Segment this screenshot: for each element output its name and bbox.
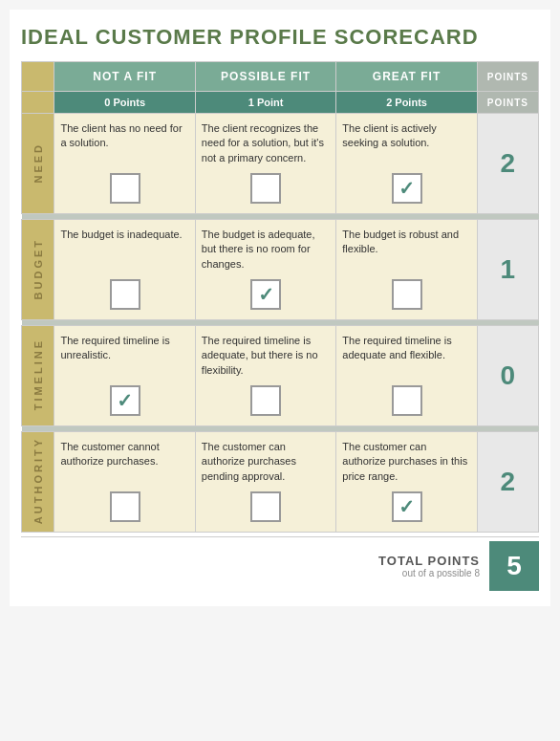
need-possible-fit-checkbox-area xyxy=(202,167,330,209)
total-value: 5 xyxy=(489,541,539,591)
need-great-fit-checkbox-area xyxy=(342,167,470,209)
need-not-a-fit-text: The client has no need for a solution. xyxy=(60,121,188,167)
col-header-not-a-fit: NOT A FIT xyxy=(54,62,195,92)
table-row: TIMELINE The required timeline is unreal… xyxy=(22,326,539,426)
timeline-not-a-fit-checkbox[interactable] xyxy=(110,385,140,416)
table-row: NEED The client has no need for a soluti… xyxy=(22,114,539,214)
timeline-points: 0 xyxy=(477,326,538,426)
timeline-possible-fit-cell: The required timeline is adequate, but t… xyxy=(195,326,335,426)
authority-not-a-fit-checkbox[interactable] xyxy=(110,491,140,522)
budget-possible-fit-checkbox-area xyxy=(202,273,330,316)
authority-not-a-fit-checkbox-area xyxy=(60,486,188,528)
budget-great-fit-checkbox[interactable] xyxy=(392,279,422,310)
timeline-possible-fit-checkbox-area xyxy=(202,380,330,422)
subheader-not-a-fit: 0 Points xyxy=(54,92,195,114)
budget-possible-fit-checkbox[interactable] xyxy=(250,279,281,310)
budget-great-fit-text: The budget is robust and flexible. xyxy=(342,228,470,273)
row-label-need: NEED xyxy=(22,114,54,214)
authority-points: 2 xyxy=(477,432,538,533)
total-label: TOTAL POINTS xyxy=(378,554,480,568)
authority-not-a-fit-text: The customer cannot authorize purchases. xyxy=(60,440,188,486)
need-great-fit-text: The client is actively seeking a solutio… xyxy=(342,121,470,167)
authority-great-fit-checkbox-area xyxy=(342,486,470,528)
need-great-fit-cell: The client is actively seeking a solutio… xyxy=(336,114,477,214)
authority-possible-fit-checkbox-area xyxy=(202,486,330,528)
budget-possible-fit-text: The budget is adequate, but there is no … xyxy=(202,228,330,273)
need-possible-fit-checkbox[interactable] xyxy=(250,173,281,204)
header-row-top: NOT A FIT POSSIBLE FIT GREAT FIT POINTS xyxy=(22,62,539,92)
budget-points: 1 xyxy=(477,220,538,320)
timeline-not-a-fit-cell: The required timeline is unrealistic. xyxy=(54,326,195,426)
subheader-possible-fit: 1 Point xyxy=(195,92,335,114)
need-great-fit-checkbox[interactable] xyxy=(392,173,422,204)
timeline-possible-fit-text: The required timeline is adequate, but t… xyxy=(202,334,330,380)
authority-great-fit-text: The customer can authorize purchases in … xyxy=(342,440,470,486)
authority-possible-fit-text: The customer can authorize purchases pen… xyxy=(202,440,330,486)
scorecard-table: NOT A FIT POSSIBLE FIT GREAT FIT POINTS … xyxy=(21,61,539,533)
budget-not-a-fit-checkbox-area xyxy=(60,273,188,316)
timeline-not-a-fit-checkbox-area xyxy=(60,380,188,422)
authority-great-fit-cell: The customer can authorize purchases in … xyxy=(336,432,477,533)
timeline-not-a-fit-text: The required timeline is unrealistic. xyxy=(60,334,188,380)
row-label-authority: AUTHORITY xyxy=(22,432,54,533)
budget-not-a-fit-checkbox[interactable] xyxy=(110,279,140,310)
budget-not-a-fit-text: The budget is inadequate. xyxy=(60,228,188,273)
timeline-great-fit-text: The required timeline is adequate and fl… xyxy=(342,334,470,380)
timeline-great-fit-checkbox[interactable] xyxy=(392,385,422,416)
table-row: AUTHORITY The customer cannot authorize … xyxy=(22,432,539,533)
main-title: IDEAL CUSTOMER PROFILE SCORECARD xyxy=(21,25,539,50)
col-header-great-fit: GREAT FIT xyxy=(336,62,477,92)
total-footer: TOTAL POINTS out of a possible 8 5 xyxy=(21,536,539,591)
need-not-a-fit-checkbox-area xyxy=(60,167,188,209)
need-not-a-fit-cell: The client has no need for a solution. xyxy=(54,114,195,214)
authority-possible-fit-cell: The customer can authorize purchases pen… xyxy=(195,432,335,533)
need-possible-fit-text: The client recognizes the need for a sol… xyxy=(202,121,330,167)
timeline-great-fit-cell: The required timeline is adequate and fl… xyxy=(336,326,477,426)
table-row: BUDGET The budget is inadequate. The bud… xyxy=(22,220,539,320)
budget-possible-fit-cell: The budget is adequate, but there is no … xyxy=(195,220,335,320)
budget-not-a-fit-cell: The budget is inadequate. xyxy=(54,220,195,320)
timeline-great-fit-checkbox-area xyxy=(342,380,470,422)
budget-great-fit-checkbox-area xyxy=(342,273,470,316)
col-header-possible-fit: POSSIBLE FIT xyxy=(195,62,335,92)
need-possible-fit-cell: The client recognizes the need for a sol… xyxy=(195,114,335,214)
header-row-bottom: 0 Points 1 Point 2 Points POINTS xyxy=(22,92,539,114)
timeline-possible-fit-checkbox[interactable] xyxy=(250,385,281,416)
need-not-a-fit-checkbox[interactable] xyxy=(110,173,140,204)
budget-great-fit-cell: The budget is robust and flexible. xyxy=(336,220,477,320)
col-header-points: POINTS xyxy=(477,62,538,92)
subheader-great-fit: 2 Points xyxy=(336,92,477,114)
subheader-points: POINTS xyxy=(477,92,538,114)
authority-not-a-fit-cell: The customer cannot authorize purchases. xyxy=(54,432,195,533)
total-label-cell: TOTAL POINTS out of a possible 8 xyxy=(378,554,489,578)
scorecard-container: IDEAL CUSTOMER PROFILE SCORECARD NOT A F… xyxy=(10,10,550,606)
authority-possible-fit-checkbox[interactable] xyxy=(250,491,281,522)
row-label-budget: BUDGET xyxy=(22,220,54,320)
total-sublabel: out of a possible 8 xyxy=(378,568,480,578)
row-label-timeline: TIMELINE xyxy=(22,326,54,426)
authority-great-fit-checkbox[interactable] xyxy=(392,491,422,522)
need-points: 2 xyxy=(477,114,538,214)
